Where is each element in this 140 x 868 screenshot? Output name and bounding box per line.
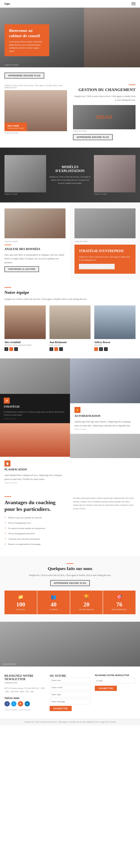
hero-image-label: Images de Freepik (4, 64, 19, 66)
strategie-section: Image de Freepik STRATÉGIE D'ENTREPRISE … (70, 203, 140, 280)
instagram-icon[interactable]: i (14, 347, 18, 351)
modeles-right-image (94, 155, 136, 192)
footer-youtube-button[interactable]: ▶ (18, 701, 23, 706)
right-col: ⚡ AUTOMATISATION Nullam eget felis eget … (70, 359, 140, 487)
twitter-icon-2[interactable]: t (54, 347, 58, 351)
team-member-1: Ann Richmond petit conseil f t i (50, 305, 91, 351)
nav-menu-button[interactable] (132, 2, 136, 5)
member-0-role: directeur de la programmation (4, 344, 46, 346)
avantages-left: Avantages du coaching pour les particuli… (4, 496, 67, 547)
hero-btn-container: APPRENDRE ENCORE PLUS (0, 67, 140, 85)
footer-address-text: 4975 US Sunrise Avenue, 716-264-1969 LUN… (4, 687, 45, 693)
recompenses-number: 76 (105, 601, 133, 608)
team-grid: Alex Grinfield directeur de la programma… (4, 305, 136, 351)
automatisation-person-image (70, 359, 140, 403)
twitter-icon[interactable]: t (9, 347, 13, 351)
planification-text: Sami blandit libero volutpat sed arcu. A… (4, 473, 65, 481)
modeles-right-label: Image de Freepik (94, 193, 136, 195)
header: logo (0, 0, 140, 8)
analyse-read-more-button[interactable]: CONTINUER LA LECTURE (4, 266, 39, 272)
modeles-text: Sample text: Click to select the text bo… (49, 175, 91, 185)
dark-strategie-text: Sed blandit libero volutpat sed. Vivamus… (4, 410, 66, 416)
footer-twitter-button[interactable]: t (11, 701, 17, 706)
footer-email-input[interactable] (50, 685, 90, 690)
analyse-accent (4, 245, 11, 245)
footer-grid: REJOIGNEZ NOTRE NEWSLETTER Contactez-nou… (0, 666, 140, 718)
twitter-icon-3[interactable]: t (94, 347, 98, 351)
footer-address: Contactez-nous (4, 681, 45, 684)
youtube-icon[interactable]: y (99, 347, 103, 351)
gestion-image-label: Images de Freepik (4, 132, 67, 134)
dark-strategie-title: STRATÉGIE (4, 405, 66, 408)
footer-linkedin-button[interactable]: in (25, 701, 30, 706)
newsletter-email-input[interactable] (95, 678, 136, 683)
avantage-item-0: Établir et agir pour atteindre les objec… (4, 515, 67, 520)
avantage-item-1: Niveau d'engagement accru (4, 520, 67, 526)
strategie-learn-more-button[interactable]: APPRENDRE ENCORE PLUS (79, 264, 115, 269)
gestion-section: Subtext: Click to select the text box. C… (0, 85, 140, 148)
automatisation-label: Image de Freepik (75, 428, 136, 430)
avantage-item-3: Niveau d'engagement plus élevé (4, 531, 67, 536)
gestion-learn-more-button[interactable]: APPRENDRE ENCORE PLUS (73, 134, 113, 140)
modeles-left: Image de Freepik (4, 155, 46, 195)
footer-subject-input[interactable] (50, 692, 90, 697)
footer-col3-title: OU SUIVRE (50, 674, 90, 678)
newsletter-label: REJOIGNEZ NOTRE NEWSLETTER (4, 674, 45, 681)
hero-content: Bienvenue au cabinet de conseil Lorem ip… (4, 24, 49, 56)
projets-number: 100 (7, 601, 35, 608)
equipe-accent (4, 287, 11, 288)
team-member-2: Jeffrey Brown directeur t y i (94, 305, 136, 351)
footer-newsletter-col: OU SUIVRE SOUMETTRE (50, 674, 90, 711)
faits-title: Quelques faits sur nous (4, 566, 136, 571)
person-role: Responsable créatif (7, 127, 24, 129)
logo: logo (4, 2, 10, 5)
modeles-title: MODÈLES D'EXPLOITATION (49, 165, 91, 173)
footer-item1-input[interactable] (50, 678, 90, 683)
hero-learn-more-button[interactable]: APPRENDRE ENCORE PLUS (4, 72, 44, 79)
equipe-number: 20 (73, 601, 101, 608)
avantage-item-4: Construire une conscience personnelle (4, 536, 67, 542)
strategie-image-label: Image de Freepik (75, 241, 136, 242)
hero-section: Bienvenue au cabinet de conseil Lorem ip… (0, 8, 140, 67)
facebook-icon[interactable]: f (4, 347, 8, 351)
footer-message-input[interactable] (50, 699, 90, 704)
footer-facebook-button[interactable]: f (4, 701, 10, 706)
instagram-icon-3[interactable]: i (104, 347, 108, 351)
avantage-item-5: Boostez vos opportunités de réseautage (4, 541, 67, 547)
planification-box: 📋 PLANIFICATION Sami blandit libero volu… (0, 457, 70, 487)
gestion-accent (129, 85, 136, 85)
hero-box: Bienvenue au cabinet de conseil Lorem ip… (4, 24, 49, 56)
automatisation-icon: ⚡ (75, 407, 80, 413)
gestion-ideas-img: IDEAS Images de Freepik (73, 105, 136, 132)
strat-plan-auto: ⚙ STRATÉGIE Sed blandit libero volutpat … (0, 359, 140, 487)
instagram-icon-2[interactable]: i (59, 347, 63, 351)
facebook-icon-2[interactable]: f (50, 347, 53, 351)
member-2-role: directeur (94, 344, 136, 346)
analyse-title: ANALYSE DES DONNÉES (4, 247, 65, 251)
recompenses-label: RÉCOMPENSES (105, 609, 133, 611)
avantages-right: Faucibus turpis purus platea solutris so… (73, 496, 136, 510)
newsletter-submit-button[interactable]: SOUMETTRE (95, 686, 117, 691)
analyse-strat-container: Image de Freepik ANALYSE DES DONNÉES Dui… (0, 203, 140, 280)
contact-background-image: Image de Freepik (0, 622, 140, 666)
equipe-title: Notre équipe (4, 290, 136, 295)
gestion-title: GESTION DU CHANGEMENT (73, 87, 136, 92)
strategie-image (75, 209, 136, 238)
member-1-social: f t i (50, 347, 91, 351)
gestion-ideas-label: Images de Freepik (73, 130, 136, 132)
faits-learn-more-button[interactable]: APPRENDRE ENCORE PLUS (50, 580, 90, 586)
fait-clients: 👥 40 CLIENTS (37, 591, 70, 614)
hero-subtitle: Lorem ipsum dolor sit amet, consectetur … (9, 40, 45, 53)
footer: REJOIGNEZ NOTRE NEWSLETTER Contactez-nou… (0, 666, 140, 725)
footer-submit-button[interactable]: SOUMETTRE (50, 706, 72, 711)
faits-section: Quelques faits sur nous Sample text: Cli… (0, 556, 140, 622)
gestion-tag: Subtext: Click to select the text box. C… (4, 85, 67, 89)
footer-col3: REJOIGNEZ NOTRE NEWSLETTER SOUMETTRE (95, 674, 136, 711)
avantages-title: Avantages du coaching pour les particuli… (4, 499, 67, 513)
projets-icon: 📁 (7, 594, 35, 599)
modeles-left-image (4, 155, 46, 192)
member-0-image (4, 305, 46, 339)
faits-description: Sample text: Click to select the text bo… (23, 574, 117, 577)
social-row: f t ▶ in (4, 701, 45, 706)
clients-label: CLIENTS (39, 609, 67, 611)
